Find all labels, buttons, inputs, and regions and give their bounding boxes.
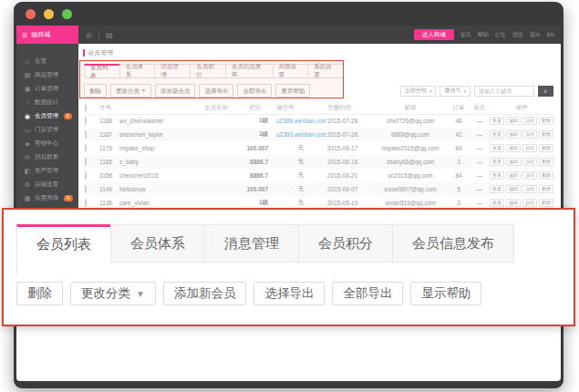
wechat-link[interactable]: u2360.weidian.com <box>276 131 326 138</box>
table-row: 1158chenchen20158886.7无2015-06-21cc2015@… <box>84 169 554 182</box>
tab-small-6[interactable]: 高级设置 <box>273 64 309 77</box>
sidebar-item-3[interactable]: ▣订单管理 <box>16 82 78 96</box>
row-action-button-1[interactable]: 查看 <box>490 199 504 207</box>
header-menu-item-1[interactable]: 首页 <box>460 32 471 37</box>
checkbox-icon[interactable] <box>85 144 87 152</box>
enter-shop-button[interactable]: 进入商城 <box>414 29 454 41</box>
row-action-button-4[interactable]: 删除 <box>539 171 553 180</box>
row-action-button-4[interactable]: 删除 <box>539 130 553 139</box>
divider <box>98 31 99 39</box>
row-action-button-2[interactable]: 编辑 <box>506 130 521 139</box>
row-action-button-3[interactable]: 冻结 <box>522 199 537 207</box>
tab-small-4[interactable]: 会员积分 <box>190 64 226 77</box>
toolbar-small-button-4[interactable]: 选择导出 <box>199 84 233 98</box>
row-action-button-4[interactable]: 删除 <box>539 185 553 193</box>
sidebar-item-2[interactable]: ▤商品管理 <box>16 68 78 82</box>
checkbox-icon[interactable] <box>85 130 87 139</box>
group-select[interactable]: 全部分组 ▾ <box>400 86 437 97</box>
select-all-checkbox[interactable] <box>84 102 98 114</box>
wechat-link[interactable]: u2388.weidian.com <box>276 118 326 124</box>
minimize-button[interactable] <box>44 9 54 19</box>
tab-small-1[interactable]: 会员列表 <box>84 64 120 77</box>
cell-member-name[interactable]: hellosnow <box>119 182 235 196</box>
cell-member-name[interactable]: shenzhen_taylor <box>119 128 235 141</box>
row-action-button-1[interactable]: 查看 <box>490 130 504 139</box>
row-action-button-2[interactable]: 编辑 <box>506 117 521 125</box>
toolbar-small-button-3[interactable]: 添加新会员 <box>155 84 196 98</box>
checkbox-icon[interactable] <box>85 199 87 207</box>
row-action-button-1[interactable]: 查看 <box>490 158 504 166</box>
callout-tab-2[interactable]: 会员体系 <box>110 224 205 263</box>
header-menu-item-3[interactable]: 公告 <box>495 32 506 37</box>
callout-button-1[interactable]: 删除 <box>16 282 63 305</box>
sidebar-item-10[interactable]: ⚙店铺设置 <box>16 178 78 191</box>
callout-tab-1[interactable]: 会员列表 <box>16 224 111 263</box>
search-button[interactable]: ⌕ <box>538 86 553 97</box>
cell-member-name[interactable]: miyake_shop <box>119 141 235 155</box>
header-menu-item-5[interactable]: 退出 <box>530 32 541 37</box>
callout-tab-3[interactable]: 消息管理 <box>204 224 299 263</box>
row-action-button-4[interactable]: 删除 <box>539 199 553 207</box>
toolbar-small-button-2[interactable]: 更改分类▼ <box>110 84 151 98</box>
row-action-button-2[interactable]: 编辑 <box>506 158 521 166</box>
row-action-button-2[interactable]: 编辑 <box>506 185 521 193</box>
row-action-button-3[interactable]: 冻结 <box>522 144 537 152</box>
checkbox-icon[interactable] <box>85 158 87 166</box>
row-action-button-4[interactable]: 删除 <box>539 144 553 152</box>
callout-tab-5[interactable]: 会员信息发布 <box>392 224 514 263</box>
sidebar-item-4[interactable]: ◔数据统计 <box>16 96 78 109</box>
row-action-button-2[interactable]: 编辑 <box>506 171 521 180</box>
row-action-button-3[interactable]: 冻结 <box>522 130 537 139</box>
button-label: 添加新会员 <box>174 285 236 302</box>
row-action-button-4[interactable]: 删除 <box>539 117 553 125</box>
app-logo[interactable]: ☰ 微商城 <box>16 26 78 44</box>
toolbar-small-button-5[interactable]: 全部导出 <box>237 84 272 98</box>
cell-member-name[interactable]: wx_chenxiaomei <box>119 114 235 128</box>
tab-small-5[interactable]: 会员信息发布 <box>225 64 274 77</box>
row-checkbox-cell <box>84 141 98 155</box>
callout-button-6[interactable]: 显示帮助 <box>410 282 481 305</box>
row-action-button-3[interactable]: 冻结 <box>522 158 537 166</box>
maximize-button[interactable] <box>62 9 72 19</box>
toolbar-small-button-6[interactable]: 显示帮助 <box>275 84 310 98</box>
row-action-button-1[interactable]: 查看 <box>490 117 504 125</box>
checkbox-icon[interactable] <box>85 117 87 125</box>
callout-tab-4[interactable]: 会员积分 <box>298 224 393 263</box>
sidebar-item-11[interactable]: ▦应用市场N <box>16 191 78 205</box>
sidebar-item-6[interactable]: ▭门店管理 <box>16 123 78 137</box>
search-input[interactable] <box>474 86 534 97</box>
refresh-icon[interactable]: ◎ <box>86 31 92 39</box>
row-action-button-2[interactable]: 编辑 <box>506 199 521 207</box>
header-menu-item-4[interactable]: 消息 <box>512 32 523 37</box>
checkbox-icon[interactable] <box>85 185 87 193</box>
row-action-button-3[interactable]: 冻结 <box>522 185 537 193</box>
checkbox-icon[interactable] <box>85 171 87 180</box>
header-menu-item-6[interactable]: EN <box>547 32 554 37</box>
row-action-button-1[interactable]: 查看 <box>490 144 504 152</box>
sidebar-item-9[interactable]: ◧资产管理 <box>16 164 78 178</box>
sidebar-item-7[interactable]: ◈营销中心 <box>16 137 78 150</box>
tab-small-3[interactable]: 消息管理 <box>154 64 191 77</box>
row-action-button-4[interactable]: 删除 <box>539 158 553 166</box>
sidebar-item-5[interactable]: ◉会员管理6 <box>16 109 78 123</box>
callout-button-2[interactable]: 更改分类▼ <box>70 282 156 305</box>
row-action-button-2[interactable]: 编辑 <box>506 144 521 152</box>
callout-button-5[interactable]: 全部导出 <box>332 282 403 305</box>
close-button[interactable] <box>26 9 36 19</box>
sidebar-item-8[interactable]: ✉消息群发 <box>16 150 78 164</box>
grid-icon[interactable]: ▤ <box>106 31 113 39</box>
header-menu-item-2[interactable]: 帮助 <box>478 32 489 37</box>
callout-button-4[interactable]: 选择导出 <box>253 282 325 305</box>
toolbar-small-button-1[interactable]: 删除 <box>84 84 107 98</box>
sidebar-item-1[interactable]: ⌂首页 <box>16 55 78 68</box>
row-action-button-3[interactable]: 冻结 <box>522 117 537 125</box>
tab-small-2[interactable]: 会员体系 <box>119 64 156 77</box>
row-action-button-1[interactable]: 查看 <box>490 185 504 193</box>
tab-small-7[interactable]: 系统设置 <box>307 64 344 77</box>
cell-member-name[interactable]: chenchen2015 <box>119 169 235 182</box>
row-action-button-3[interactable]: 冻结 <box>522 171 537 180</box>
cell-member-name[interactable]: z_baby <box>119 155 235 169</box>
callout-button-3[interactable]: 添加新会员 <box>163 282 247 305</box>
row-action-button-1[interactable]: 查看 <box>490 171 504 180</box>
type-select[interactable]: 微信号 ▾ <box>439 86 470 97</box>
